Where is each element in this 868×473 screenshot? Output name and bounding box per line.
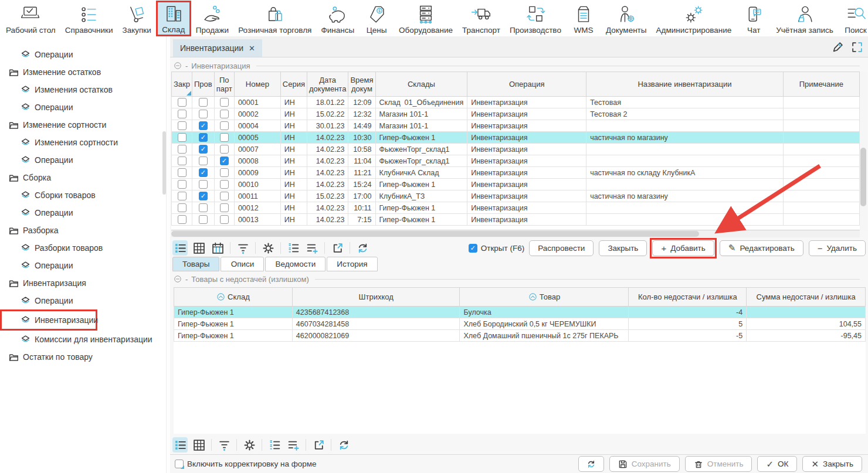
table1-col-0[interactable]: Закр: [172, 72, 192, 97]
table2-col-1[interactable]: Штрихкод: [292, 288, 460, 307]
table-row[interactable]: Гипер-Фьюжен 14607034281458Хлеб Бородинс…: [174, 318, 866, 330]
table1-col-4[interactable]: Серия: [280, 72, 307, 97]
refresh-button[interactable]: [355, 240, 370, 256]
closed-checkbox[interactable]: [178, 145, 187, 154]
table-row[interactable]: 00002ИН15.02.2212:32Магазин 101-1Инвента…: [172, 108, 860, 120]
by-batch-checkbox[interactable]: [220, 203, 229, 212]
table-row[interactable]: 00008ИН14.02.2311:04ФьюженТорг_склад1Инв…: [172, 155, 860, 167]
закрыть-button[interactable]: ✕Закрыть: [802, 456, 862, 472]
nav-item-handbook[interactable]: Справочники: [60, 1, 118, 36]
posted-checkbox[interactable]: [199, 192, 208, 200]
отменить-button[interactable]: Отменить: [685, 456, 752, 472]
table-row[interactable]: 00009ИН14.02.2311:21КлубничкА СкладИнвен…: [172, 167, 860, 179]
vertical-scrollbar[interactable]: [860, 72, 867, 230]
collapse-icon[interactable]: [174, 275, 182, 283]
table-row[interactable]: 00013ИН14.02.237:15Гипер-Фьюжен 1Инвента…: [172, 214, 860, 226]
minus-удалить-button[interactable]: −Удалить: [809, 240, 866, 256]
tab-2[interactable]: Ведомости: [265, 257, 326, 271]
table1-col-2[interactable]: По парт: [214, 72, 234, 97]
closed-checkbox[interactable]: [178, 121, 187, 130]
enable-correction-checkbox[interactable]: Включить корректировку на форме: [175, 460, 317, 468]
enable-correction-checkbox-box[interactable]: [175, 460, 184, 468]
table1-col-6[interactable]: Время докум: [348, 72, 375, 97]
closed-checkbox[interactable]: [178, 192, 187, 200]
sidebar-item-13[interactable]: Инвентаризация: [0, 274, 166, 292]
closed-checkbox[interactable]: [178, 98, 187, 107]
sidebar-item-16[interactable]: Комиссии для инвентаризации: [0, 331, 166, 348]
pencil-редактировать-button[interactable]: ✎Редактировать: [720, 240, 803, 256]
closed-checkbox[interactable]: [178, 215, 187, 224]
by-batch-checkbox[interactable]: [220, 168, 229, 177]
table-row[interactable]: 00012ИН14.02.2310:11Гипер-Фьюжен 1Инвент…: [172, 202, 860, 214]
распровести-button[interactable]: Распровести: [529, 240, 594, 256]
table-row[interactable]: Гипер-Фьюжен 14235687412368Булочка-4: [174, 307, 866, 318]
filter-button[interactable]: [235, 240, 250, 256]
table2-col-2[interactable]: Товар: [460, 288, 629, 307]
posted-checkbox[interactable]: [199, 168, 208, 177]
nav-item-prices[interactable]: Цены: [359, 1, 394, 36]
posted-checkbox[interactable]: [199, 156, 208, 165]
nav-item-sales[interactable]: Продажи: [191, 1, 233, 36]
by-batch-checkbox[interactable]: [220, 192, 229, 200]
table-row[interactable]: 00010ИН14.02.2315:24Гипер-Фьюжен 1Инвент…: [172, 179, 860, 190]
table1-col-8[interactable]: Операция: [467, 72, 586, 97]
add-to-list-button[interactable]: [304, 240, 320, 256]
settings-gear-button[interactable]: [260, 240, 276, 256]
sidebar-item-15[interactable]: Инвентаризации: [0, 309, 97, 331]
by-batch-checkbox[interactable]: [220, 145, 229, 154]
nav-item-transport[interactable]: Транспорт: [457, 1, 505, 36]
sidebar-scroll-thumb[interactable]: [162, 131, 166, 195]
table1-col-5[interactable]: Дата документа: [307, 72, 348, 97]
nav-item-account[interactable]: Учётная запись: [771, 1, 838, 36]
collapse-icon[interactable]: [174, 62, 182, 70]
закрыть-button[interactable]: Закрыть: [599, 240, 647, 256]
closed-checkbox[interactable]: [178, 156, 187, 165]
table1-col-3[interactable]: Номер: [234, 72, 280, 97]
h-scroll-thumb[interactable]: [171, 231, 699, 237]
nav-item-production[interactable]: Производство: [505, 1, 566, 36]
calendar-view-button[interactable]: [210, 240, 225, 256]
sidebar-item-4[interactable]: Изменение сортности: [0, 116, 166, 134]
table1-col-9[interactable]: Название инвентаризации: [586, 72, 784, 97]
closed-checkbox[interactable]: [178, 168, 187, 177]
refresh-button[interactable]: [336, 437, 351, 452]
list-view-button[interactable]: [172, 240, 188, 256]
fullscreen-icon[interactable]: [851, 41, 863, 53]
edit-pencil-icon[interactable]: [832, 41, 844, 53]
v-scroll-thumb[interactable]: [860, 148, 866, 206]
table-row[interactable]: 00005ИН14.02.2310:30Гипер-Фьюжен 1Инвент…: [172, 132, 860, 144]
by-batch-checkbox[interactable]: [220, 215, 229, 224]
by-batch-checkbox[interactable]: [220, 133, 229, 142]
closed-checkbox[interactable]: [178, 110, 187, 118]
tab-0[interactable]: Товары: [172, 257, 219, 271]
by-batch-checkbox[interactable]: [220, 98, 229, 107]
table-row[interactable]: 00007ИН14.02.2310:58ФьюженТорг_склад1Инв…: [172, 144, 860, 155]
posted-checkbox[interactable]: [199, 133, 208, 142]
сохранить-button[interactable]: Сохранить: [609, 456, 680, 472]
sidebar-item-17[interactable]: Остатки по товару: [0, 348, 166, 366]
nav-item-equipment[interactable]: Оборудование: [394, 1, 457, 36]
grid-view-button[interactable]: [191, 437, 206, 452]
sidebar-scrollbar[interactable]: [162, 95, 166, 400]
sidebar-item-9[interactable]: Операции: [0, 204, 166, 222]
nav-item-warehouse[interactable]: Склад: [156, 1, 191, 36]
closed-checkbox[interactable]: [178, 133, 187, 142]
table2-col-0[interactable]: Склад: [174, 288, 293, 307]
table2-col-4[interactable]: Сумма недостачи / излишка: [747, 288, 866, 307]
nav-item-purchases[interactable]: Закупки: [118, 1, 156, 36]
sidebar-item-8[interactable]: Сборки товаров: [0, 186, 166, 204]
by-batch-checkbox[interactable]: [220, 156, 229, 165]
table2-col-3[interactable]: Кол-во недостачи / излишка: [629, 288, 747, 307]
sidebar-item-1[interactable]: Изменение остатков: [0, 63, 166, 81]
closed-checkbox[interactable]: [178, 203, 187, 212]
table1-col-1[interactable]: Пров: [192, 72, 215, 97]
sidebar-item-5[interactable]: Изменения сортности: [0, 134, 166, 151]
numbered-list-button[interactable]: [267, 437, 282, 452]
posted-checkbox[interactable]: [199, 98, 208, 107]
ок-button[interactable]: ✓ОК: [757, 456, 797, 472]
closed-checkbox[interactable]: [178, 180, 187, 189]
nav-item-documents[interactable]: Документы: [601, 1, 652, 36]
grid-view-button[interactable]: [191, 240, 206, 256]
posted-checkbox[interactable]: [199, 110, 208, 118]
table1-col-10[interactable]: Примечание: [783, 72, 859, 97]
